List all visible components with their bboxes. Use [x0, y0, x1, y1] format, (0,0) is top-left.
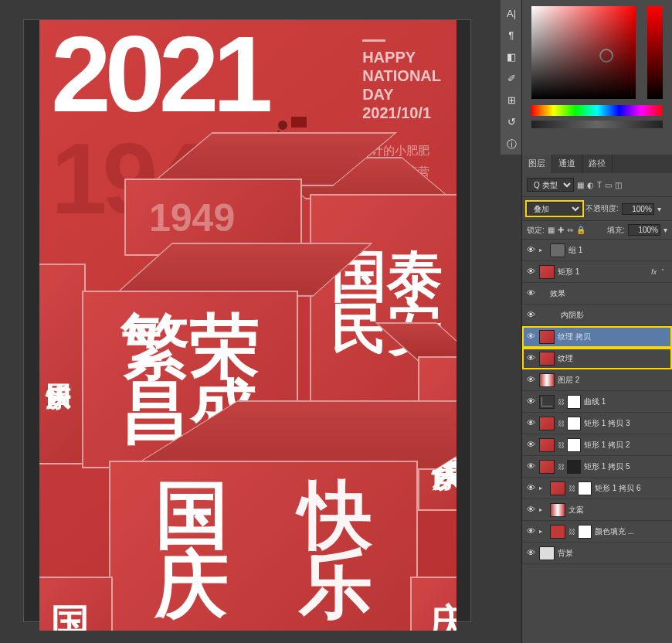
filter-smart-icon[interactable]: ◫ [615, 181, 622, 189]
filter-image-icon[interactable]: ▦ [577, 181, 584, 189]
opacity-input[interactable] [622, 203, 654, 215]
layer-name[interactable]: 文案 [568, 505, 669, 515]
color-value-slider[interactable] [647, 6, 663, 99]
hue-strip[interactable] [531, 105, 663, 116]
layer-row[interactable]: 👁 ⛓ 矩形 1 拷贝 2 [522, 434, 672, 456]
layer-name[interactable]: 组 1 [568, 245, 669, 256]
layer-name[interactable]: 纹理 [558, 353, 669, 364]
layer-thumb [539, 330, 555, 344]
mask-thumb[interactable] [578, 481, 592, 495]
layer-name[interactable]: 纹理 拷贝 [558, 332, 669, 342]
layer-kind-filter[interactable]: Q 类型 [527, 178, 574, 192]
layer-row[interactable]: 👁 ▸ 文案 [522, 499, 672, 521]
fx-badge[interactable]: fx [651, 268, 657, 276]
layer-row[interactable]: 👁 纹理 拷贝 [522, 326, 672, 348]
color-picker-field[interactable] [531, 6, 636, 99]
layer-row[interactable]: 👁 ▸ ⛓ 矩形 1 拷贝 6 [522, 478, 672, 499]
layer-row[interactable]: 👁 背景 [522, 543, 672, 564]
layer-fx-item[interactable]: 👁 内阴影 [522, 304, 672, 326]
fx-item-label[interactable]: 内阴影 [561, 310, 669, 321]
layer-name[interactable]: 背景 [558, 548, 669, 559]
layer-fx-header[interactable]: 👁 效果 [522, 283, 672, 304]
layer-name[interactable]: 矩形 1 拷贝 3 [584, 418, 669, 429]
link-icon[interactable]: ⛓ [568, 485, 575, 492]
lock-all-icon[interactable]: 🔒 [576, 226, 585, 234]
filter-shape-icon[interactable]: ▭ [605, 181, 612, 189]
fill-input[interactable] [628, 224, 660, 236]
link-icon[interactable]: ⛓ [568, 528, 575, 536]
header-line2: NATIONAL [362, 66, 441, 85]
tab-paths[interactable]: 路径 [582, 155, 613, 173]
toolbar-swatch-icon[interactable]: ◧ [505, 51, 518, 63]
blend-mode-dropdown[interactable]: 叠加 [527, 202, 582, 216]
lock-pixels-icon[interactable]: ▦ [548, 226, 555, 234]
toolbar-brush-icon[interactable]: ✐ [505, 73, 518, 85]
layer-name[interactable]: 曲线 1 [584, 396, 669, 407]
visibility-icon[interactable]: 👁 [525, 396, 536, 407]
lock-position-icon[interactable]: ✚ [558, 226, 564, 234]
link-icon[interactable]: ⛓ [558, 463, 564, 471]
link-icon[interactable]: ⛓ [558, 420, 564, 427]
layer-name[interactable]: 图层 2 [558, 375, 669, 386]
opacity-chevron-icon[interactable]: ▾ [657, 205, 661, 213]
layer-row[interactable]: 👁 ⛓ 曲线 1 [522, 391, 672, 413]
mask-thumb[interactable] [567, 417, 581, 430]
visibility-icon[interactable]: 👁 [525, 375, 536, 386]
lock-artboard-icon[interactable]: ⇔ [567, 226, 573, 234]
layer-row[interactable]: 👁 ▸ ⛓ 颜色填充 ... [522, 521, 672, 543]
flag-icon [291, 117, 307, 128]
layer-row[interactable]: 👁 图层 2 [522, 369, 672, 391]
layer-row[interactable]: 👁 ⛓ 矩形 1 拷贝 5 [522, 456, 672, 478]
canvas[interactable]: 2021 HAPPY NATIONAL DAY 2021/10/1 1949 @… [39, 20, 456, 631]
layer-row[interactable]: 👁 ⛓ 矩形 1 拷贝 3 [522, 413, 672, 434]
visibility-icon[interactable]: 👁 [525, 440, 536, 451]
visibility-icon[interactable]: 👁 [525, 483, 536, 494]
mask-thumb[interactable] [567, 438, 581, 452]
filter-type-icon[interactable]: T [597, 181, 602, 189]
mask-thumb[interactable] [578, 525, 592, 539]
filter-adjust-icon[interactable]: ◐ [587, 181, 594, 189]
color-picker-cursor[interactable] [599, 49, 613, 63]
year-2021: 2021 [51, 20, 266, 134]
expand-caret-icon[interactable]: ▸ [539, 506, 547, 513]
mask-thumb[interactable] [567, 395, 581, 409]
visibility-icon[interactable]: 👁 [525, 288, 536, 299]
mask-thumb[interactable] [567, 460, 581, 474]
link-icon[interactable]: ⛓ [558, 398, 564, 406]
tab-layers[interactable]: 图层 [522, 155, 552, 173]
toolbar-text-icon[interactable]: A| [505, 8, 518, 20]
lock-label: 锁定: [527, 225, 545, 236]
layer-name[interactable]: 矩形 1 拷贝 2 [584, 440, 669, 451]
fx-caret-icon[interactable]: ˅ [661, 268, 669, 275]
layer-name[interactable]: 矩形 1 拷贝 5 [584, 461, 669, 472]
toolbar-clone-icon[interactable]: ⊞ [505, 94, 518, 107]
lock-fill-row: 锁定: ▦ ✚ ⇔ 🔒 填充: ▾ [522, 221, 672, 240]
visibility-icon[interactable]: 👁 [525, 353, 536, 364]
brightness-strip[interactable] [531, 121, 663, 128]
visibility-icon[interactable]: 👁 [525, 310, 536, 321]
toolbar-history-icon[interactable]: ↺ [505, 116, 518, 128]
expand-caret-icon[interactable]: ▸ [539, 528, 547, 535]
visibility-icon[interactable]: 👁 [525, 418, 536, 429]
layer-row[interactable]: 👁 ▸ 组 1 [522, 240, 672, 261]
visibility-icon[interactable]: 👁 [525, 245, 536, 256]
layer-row[interactable]: 👁 矩形 1 fx ˅ [522, 261, 672, 283]
layer-name[interactable]: 颜色填充 ... [595, 526, 669, 537]
visibility-icon[interactable]: 👁 [525, 505, 536, 515]
toolbar-info-icon[interactable]: ⓘ [505, 138, 518, 150]
expand-caret-icon[interactable]: ▸ [539, 485, 547, 492]
layer-name[interactable]: 矩形 1 [558, 267, 648, 277]
tab-channels[interactable]: 通道 [552, 155, 582, 173]
fill-chevron-icon[interactable]: ▾ [664, 226, 667, 234]
toolbar-char-icon[interactable]: ¶ [505, 29, 518, 42]
visibility-icon[interactable]: 👁 [525, 526, 536, 537]
layer-thumb [539, 265, 555, 279]
layer-row[interactable]: 👁 纹理 [522, 348, 672, 369]
layer-name[interactable]: 矩形 1 拷贝 6 [595, 483, 669, 494]
link-icon[interactable]: ⛓ [558, 441, 564, 449]
visibility-icon[interactable]: 👁 [525, 461, 536, 472]
visibility-icon[interactable]: 👁 [525, 548, 536, 559]
visibility-icon[interactable]: 👁 [525, 267, 536, 277]
visibility-icon[interactable]: 👁 [525, 332, 536, 342]
expand-caret-icon[interactable]: ▸ [539, 247, 547, 253]
